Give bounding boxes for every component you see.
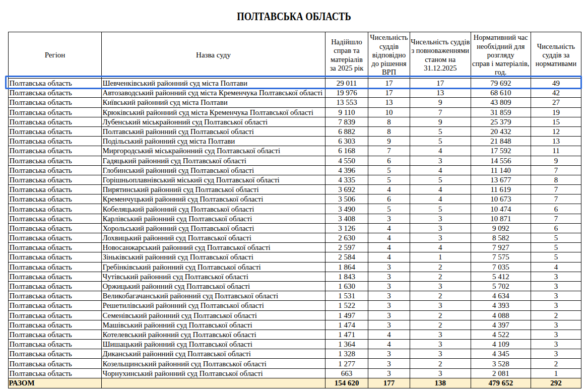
judges-vrp-cell: 5 xyxy=(368,165,410,175)
header-cases-received: Надійшло справ та матеріалів за 2025 рік xyxy=(325,32,368,79)
table-row[interactable]: Полтавська областьКиївський районний суд… xyxy=(9,98,581,107)
normative-time-cell: 10 871 xyxy=(471,214,531,223)
cases-received-cell: 1 531 xyxy=(325,291,368,301)
table-row[interactable]: Полтавська областьГадяцький районний суд… xyxy=(9,156,581,165)
region-cell: Полтавська область xyxy=(9,301,102,310)
judges-normative-cell: 3 xyxy=(531,272,581,281)
table-row[interactable]: Полтавська областьХорольський районний с… xyxy=(9,223,581,233)
table-row[interactable]: Полтавська областьЧутівський районний су… xyxy=(9,272,581,281)
judges-normative-cell: 1 xyxy=(531,368,581,378)
table-row[interactable]: Полтавська областьПодільський районний с… xyxy=(9,137,581,146)
judges-vrp-cell: 3 xyxy=(368,281,410,291)
judges-normative-cell: 12 xyxy=(531,126,581,136)
normative-time-cell: 31 859 xyxy=(471,107,531,117)
judges-vrp-cell: 3 xyxy=(368,291,410,301)
judges-vrp-cell: 3 xyxy=(368,359,410,368)
table-row[interactable]: Полтавська областьКотелевський районний … xyxy=(9,330,581,339)
cases-received-cell: 6 882 xyxy=(325,126,368,136)
court-name-cell: Лохвицький районний суд Полтавської обла… xyxy=(102,233,325,243)
table-row-highlighted[interactable]: Полтавська областьШевченківський районни… xyxy=(9,79,581,88)
page-title: ПОЛТАВСЬКА ОБЛАСТЬ xyxy=(53,10,535,23)
judges-vrp-cell: 3 xyxy=(368,349,410,359)
table-row[interactable]: Полтавська областьПолтавський районний с… xyxy=(9,126,581,136)
court-name-cell: Зіньківський районний суд Полтавської об… xyxy=(102,252,325,262)
normative-time-cell: 10 474 xyxy=(471,204,531,214)
court-name-cell: Решетилівський районний суд Полтавської … xyxy=(102,301,325,310)
judges-active-cell: 4 xyxy=(410,194,471,204)
region-cell: Полтавська область xyxy=(9,359,102,368)
region-cell: Полтавська область xyxy=(9,175,102,184)
court-name-cell: Горішньоплавнівський міський суд Полтавс… xyxy=(102,175,325,184)
judges-vrp-cell: 4 xyxy=(368,340,410,349)
normative-time-cell: 4 088 xyxy=(471,310,531,320)
table-row[interactable]: Полтавська областьАвтозаводський районни… xyxy=(9,88,581,98)
normative-time-cell: 11 619 xyxy=(471,185,531,194)
cases-received-cell: 9 110 xyxy=(325,107,368,117)
table-row[interactable]: Полтавська областьОржицький районний суд… xyxy=(9,281,581,291)
cases-received-cell: 4 550 xyxy=(325,156,368,165)
judges-normative-cell: 19 xyxy=(531,107,581,117)
normative-time-cell: 4 522 xyxy=(471,330,531,339)
region-cell: Полтавська область xyxy=(9,310,102,320)
table-row[interactable]: Полтавська областьКозельщинський районни… xyxy=(9,359,581,368)
judges-vrp-cell: 4 xyxy=(368,233,410,243)
judges-active-cell: 3 xyxy=(410,340,471,349)
judges-vrp-cell: 7 xyxy=(368,146,410,156)
judges-active-cell: 3 xyxy=(410,349,471,359)
total-court-empty xyxy=(102,378,325,388)
judges-normative-cell: 49 xyxy=(531,79,581,88)
region-cell: Полтавська область xyxy=(9,291,102,301)
judges-vrp-cell: 17 xyxy=(368,88,410,98)
judges-normative-cell: 7 xyxy=(531,194,581,204)
judges-vrp-cell: 4 xyxy=(368,223,410,233)
table-row[interactable]: Полтавська областьШишацький районний суд… xyxy=(9,340,581,349)
region-cell: Полтавська область xyxy=(9,165,102,175)
cases-received-cell: 3 506 xyxy=(325,194,368,204)
table-row[interactable]: Полтавська областьКобеляцький районний с… xyxy=(9,204,581,214)
table-row[interactable]: Полтавська областьГребінківський районни… xyxy=(9,262,581,272)
judges-normative-cell: 9 xyxy=(531,156,581,165)
table-row[interactable]: Полтавська областьРешетилівський районни… xyxy=(9,301,581,310)
table-row[interactable]: Полтавська областьГлобинський районний с… xyxy=(9,165,581,175)
judges-active-cell: 4 xyxy=(410,243,471,252)
cases-received-cell: 19 976 xyxy=(325,88,368,98)
table-row[interactable]: Полтавська областьЛубенський міськрайонн… xyxy=(9,117,581,126)
cases-received-cell: 1 630 xyxy=(325,281,368,291)
table-row[interactable]: Полтавська областьКарлівський районний с… xyxy=(9,214,581,223)
judges-vrp-cell: 17 xyxy=(368,79,410,88)
table-row[interactable]: Полтавська областьНовосанжарський районн… xyxy=(9,243,581,252)
table-row[interactable]: Полтавська областьЧорнухинський районний… xyxy=(9,368,581,378)
table-row[interactable]: Полтавська областьВеликобагачанський рай… xyxy=(9,291,581,301)
court-name-cell: Пирятинський районний суд Полтавської об… xyxy=(102,185,325,194)
region-cell: Полтавська область xyxy=(9,204,102,214)
judges-normative-cell: 42 xyxy=(531,88,581,98)
table-row[interactable]: Полтавська областьПирятинський районний … xyxy=(9,185,581,194)
normative-time-cell: 20 432 xyxy=(471,126,531,136)
court-name-cell: Миргородський міськрайонний суд Полтавсь… xyxy=(102,146,325,156)
court-name-cell: Машівський районний суд Полтавської обла… xyxy=(102,320,325,330)
court-name-cell: Чорнухинський районний суд Полтавської о… xyxy=(102,368,325,378)
table-row[interactable]: Полтавська областьМиргородський міськрай… xyxy=(9,146,581,156)
judges-active-cell: 3 xyxy=(410,368,471,378)
court-name-cell: Крюківський районний суд міста Кременчук… xyxy=(102,107,325,117)
judges-vrp-cell: 3 xyxy=(368,262,410,272)
normative-time-cell: 9 092 xyxy=(471,223,531,233)
judges-normative-cell: 4 xyxy=(531,262,581,272)
judges-active-cell: 17 xyxy=(410,79,471,88)
header-judges-vrp: Чисельність суддів відповідно до рішення… xyxy=(368,32,410,79)
judges-vrp-cell: 5 xyxy=(368,204,410,214)
judges-vrp-cell: 3 xyxy=(368,310,410,320)
judges-active-cell: 2 xyxy=(410,310,471,320)
table-row[interactable]: Полтавська областьСеменівський районний … xyxy=(9,310,581,320)
table-row[interactable]: Полтавська областьКрюківський районний с… xyxy=(9,107,581,117)
table-row[interactable]: Полтавська областьКременчуцький районний… xyxy=(9,194,581,204)
table-row[interactable]: Полтавська областьЛохвицький районний су… xyxy=(9,233,581,243)
header-normative-time: Нормативний час необхідний для розгляду … xyxy=(471,32,531,79)
table-row[interactable]: Полтавська областьГорішньоплавнівський м… xyxy=(9,175,581,184)
table-row[interactable]: Полтавська областьЗіньківський районний … xyxy=(9,252,581,262)
region-cell: Полтавська область xyxy=(9,349,102,359)
judges-normative-cell: 2 xyxy=(531,359,581,368)
table-row[interactable]: Полтавська областьМашівський районний су… xyxy=(9,320,581,330)
table-row[interactable]: Полтавська областьДиканський районний су… xyxy=(9,349,581,359)
courts-table: Регіон Назва суду Надійшло справ та мате… xyxy=(8,32,581,388)
